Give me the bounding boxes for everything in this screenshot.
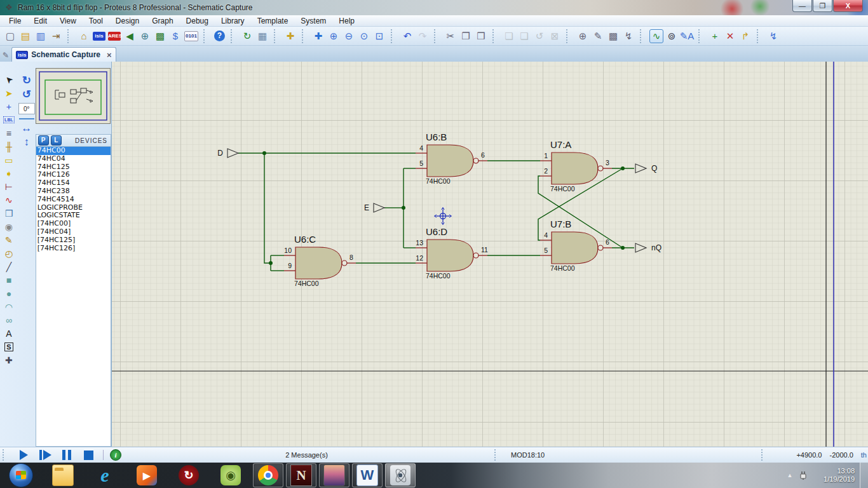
save-file-icon[interactable]: ▥	[34, 29, 48, 43]
text-mode[interactable]: A	[1, 327, 17, 340]
zoom-area-icon[interactable]: ⊡	[372, 29, 386, 43]
current-probe-mode[interactable]: ◴	[1, 247, 17, 260]
power-plug-icon[interactable]	[796, 470, 810, 480]
menu-template[interactable]: Template	[251, 16, 295, 26]
arc-mode[interactable]: ◠	[1, 300, 17, 313]
redraw-icon[interactable]: ↻	[240, 29, 254, 43]
menu-edit[interactable]: Edit	[27, 16, 53, 26]
tab-schematic-capture[interactable]: isis Schematic Capture ×	[11, 47, 116, 62]
redo-icon[interactable]: ↷	[416, 29, 430, 43]
overview-minimap[interactable]	[36, 68, 111, 124]
voltage-probe-mode[interactable]: ✎	[1, 233, 17, 247]
rpg-game[interactable]	[319, 463, 349, 487]
word[interactable]: W	[352, 463, 383, 487]
tape-recorder-mode[interactable]: ❒	[1, 207, 17, 220]
selection-mode[interactable]: ➤	[1, 73, 17, 86]
stop-button[interactable]	[79, 449, 98, 461]
pause-button[interactable]	[57, 449, 76, 461]
generator-mode[interactable]: ◉	[1, 220, 17, 233]
packaging-tool-icon[interactable]: ▩	[606, 29, 620, 43]
play-button[interactable]	[14, 449, 33, 461]
zoom-all-icon[interactable]: ⊙	[357, 29, 371, 43]
minimize-button[interactable]: —	[792, 0, 812, 12]
block-move-icon[interactable]: ❏	[517, 29, 531, 43]
electrical-rule-check-icon[interactable]: ↯	[766, 29, 780, 43]
device-item-74hc04[interactable]: 74HC04	[36, 155, 111, 163]
closed-path-mode[interactable]: ∞	[1, 313, 17, 327]
new-sheet-icon[interactable]: +	[708, 29, 722, 43]
wire-label-mode[interactable]: LBL	[1, 113, 17, 126]
tray-clock[interactable]: 13:08 1/19/2019	[810, 467, 860, 484]
block-copy-icon[interactable]: ❏	[502, 29, 516, 43]
make-device-icon[interactable]: ✎	[591, 29, 605, 43]
pick-devices-button[interactable]: P	[38, 135, 49, 146]
step-button[interactable]	[36, 449, 55, 461]
wire-autorouter-icon[interactable]: ∿	[649, 29, 663, 43]
zoom-in-icon[interactable]: ⊕	[327, 29, 341, 43]
design-explorer-icon[interactable]: ▩	[153, 29, 167, 43]
symbol-mode[interactable]: S	[1, 340, 17, 353]
iobit-uninstaller[interactable]: ↻	[176, 464, 201, 487]
start-button[interactable]	[8, 464, 34, 487]
menu-graph[interactable]: Graph	[146, 16, 179, 26]
junction-dot-mode[interactable]: +	[1, 100, 17, 113]
property-assignment-icon[interactable]: ✎A	[680, 29, 694, 43]
subcircuit-mode[interactable]: ▭	[1, 153, 17, 166]
device-item-74hc4514[interactable]: 74HC4514	[36, 196, 111, 204]
search-tag-icon[interactable]: ⊚	[665, 29, 679, 43]
bill-of-materials-icon[interactable]: $	[168, 29, 182, 43]
decompose-icon[interactable]: ↯	[621, 29, 635, 43]
marker-mode[interactable]: ✚	[1, 353, 17, 367]
schematic-svg[interactable]: U6:B74HC00456U6:C74HC001098U6:D74HC00131…	[112, 62, 868, 447]
device-item-74hc238[interactable]: 74HC238	[36, 187, 111, 196]
isis-schematic-icon[interactable]: isis	[93, 32, 105, 41]
message-info-icon[interactable]: i	[110, 449, 121, 461]
media-player[interactable]: ▶	[134, 464, 159, 487]
device-item-74hc04[interactable]: [74HC04]	[36, 228, 111, 236]
internet-explorer[interactable]: e	[92, 464, 118, 487]
ares-pcb-icon[interactable]: ARES	[108, 32, 121, 41]
mirror-horizontal[interactable]: ↔	[19, 121, 34, 135]
rotate-anticlockwise[interactable]: ↺	[19, 87, 34, 101]
block-rotate-icon[interactable]: ↺	[532, 29, 546, 43]
menu-file[interactable]: File	[3, 16, 27, 26]
menu-design[interactable]: Design	[109, 16, 146, 26]
false-origin-icon[interactable]: ✚	[283, 29, 297, 43]
android-studio[interactable]: ◉	[218, 464, 243, 487]
circle-mode[interactable]: ●	[1, 287, 17, 300]
graph-mode[interactable]: ∿	[1, 193, 17, 207]
rotation-angle-field[interactable]: 0°	[18, 103, 35, 114]
new-file-icon[interactable]: ▢	[3, 29, 17, 43]
mirror-vertical[interactable]: ↕	[19, 135, 34, 149]
vsm-studio-icon[interactable]: ⊕	[138, 29, 152, 43]
zoom-out-icon[interactable]: ⊖	[342, 29, 356, 43]
goto-sheet-icon[interactable]: ↱	[738, 29, 752, 43]
home-icon[interactable]: ⌂	[77, 29, 91, 43]
remove-sheet-icon[interactable]: ✕	[723, 29, 737, 43]
chrome[interactable]	[253, 463, 283, 487]
device-item-74hc125[interactable]: [74HC125]	[36, 236, 111, 245]
restore-button[interactable]: ❐	[813, 0, 832, 12]
open-file-icon[interactable]: ▤	[18, 29, 32, 43]
library-manager-button[interactable]: L	[51, 135, 62, 146]
buses-mode[interactable]: ╫	[1, 140, 17, 153]
close-button[interactable]: X	[833, 0, 863, 12]
paste-icon[interactable]: ❒	[474, 29, 488, 43]
menu-debug[interactable]: Debug	[180, 16, 215, 26]
copy-icon[interactable]: ❐	[459, 29, 473, 43]
menu-view[interactable]: View	[53, 16, 83, 26]
schematic-canvas[interactable]: U6:B74HC00456U6:C74HC001098U6:D74HC00131…	[112, 62, 868, 447]
show-desktop-button[interactable]	[860, 463, 868, 488]
nt-game[interactable]: N	[286, 463, 316, 487]
pan-icon[interactable]: ✚	[311, 29, 325, 43]
help-icon[interactable]: ?	[214, 30, 225, 41]
show-hidden-icons-button[interactable]: ▲	[783, 472, 796, 478]
block-delete-icon[interactable]: ⊠	[548, 29, 562, 43]
simulate-icon[interactable]: ◀	[123, 29, 137, 43]
windows-explorer[interactable]	[50, 464, 76, 487]
device-item-74hc126[interactable]: [74HC126]	[36, 245, 111, 253]
text-script-mode[interactable]: ≡	[1, 126, 17, 140]
box-mode[interactable]: ■	[1, 273, 17, 287]
rotate-clockwise[interactable]: ↻	[19, 73, 34, 87]
menu-system[interactable]: System	[294, 16, 332, 26]
